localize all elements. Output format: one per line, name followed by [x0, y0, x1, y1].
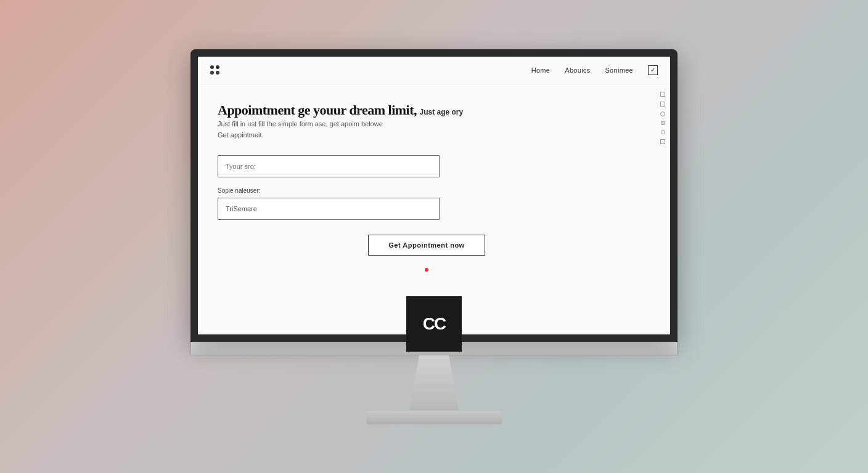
screen-content: Home Abouics Sonimee ✓ Appoimtment ge yo… [198, 57, 670, 334]
sidebar-icon-3 [660, 111, 665, 116]
nav-sonimee[interactable]: Sonimee [605, 67, 633, 74]
form-input-2[interactable] [218, 198, 440, 220]
sidebar-icon-2 [660, 102, 665, 107]
sidebar-icons: S [655, 84, 670, 334]
nav-links: Home Abouics Sonimee ✓ [531, 65, 658, 75]
checkbox-check-icon: ✓ [650, 67, 655, 73]
sidebar-icon-6 [660, 139, 665, 144]
monitor-stand-base [366, 411, 502, 424]
nav-logo [210, 65, 219, 75]
logo-dot-1 [210, 65, 214, 69]
hero-subtitle-inline: Just age ory [420, 108, 464, 116]
hero-title: Appoimtment ge youur dream limit, [218, 102, 417, 118]
form-field-1 [218, 155, 636, 177]
sidebar-icon-4: S [661, 121, 665, 125]
submit-wrapper: Get Appointment now [218, 235, 636, 256]
logo-dot-2 [216, 65, 219, 69]
logo-text: CC [423, 314, 445, 334]
submit-button[interactable]: Get Appointment now [368, 235, 485, 256]
form-input-1[interactable] [218, 155, 440, 177]
monitor-wrapper: Home Abouics Sonimee ✓ Appoimtment ge yo… [190, 49, 678, 424]
nav-home[interactable]: Home [531, 67, 551, 74]
nav-checkbox[interactable]: ✓ [648, 65, 658, 75]
subtitle-line3: Get appintmeit. [218, 131, 264, 139]
logo-badge: CC [406, 296, 462, 352]
nav-abouics[interactable]: Abouics [565, 67, 590, 74]
page-title: Appoimtment ge youur dream limit, Just a… [218, 102, 636, 119]
form-label-2: Sopie naleuser: [218, 187, 636, 194]
navbar: Home Abouics Sonimee ✓ [198, 57, 670, 84]
sidebar-icon-5 [661, 130, 665, 134]
monitor-stand-top [409, 355, 459, 411]
logo-dot-4 [216, 71, 219, 75]
logo-dot-3 [210, 71, 214, 75]
hero-subtitle: Just fill in ust fill the simple form as… [218, 119, 636, 140]
dot-indicator [218, 263, 636, 274]
sidebar-icon-1 [660, 92, 665, 97]
subtitle-line2: Just fill in ust fill the simple form as… [218, 120, 383, 127]
form-field-2: Sopie naleuser: [218, 187, 636, 220]
dot-red [425, 268, 428, 272]
